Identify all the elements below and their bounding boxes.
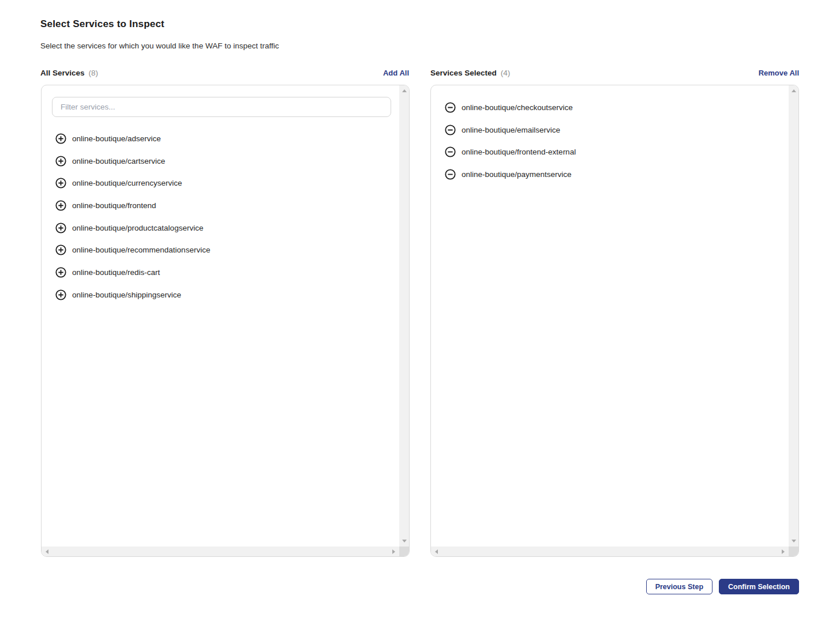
all-services-list-item[interactable]: online-boutique/adservice — [42, 127, 399, 150]
all-services-list-item[interactable]: online-boutique/productcatalogservice — [42, 217, 399, 239]
services-selected-list-item[interactable]: online-boutique/frontend-external — [431, 141, 789, 163]
service-name: online-boutique/productcatalogservice — [72, 224, 203, 232]
plus-circle-icon[interactable] — [55, 156, 66, 167]
page-subtitle: Select the services for which you would … — [40, 42, 279, 50]
plus-circle-icon[interactable] — [55, 133, 66, 144]
all-services-list-item[interactable]: online-boutique/frontend — [42, 194, 399, 217]
all-services-label: All Services — [40, 69, 85, 77]
service-name: online-boutique/frontend — [72, 201, 156, 210]
select-services-page: Select Services to Inspect Select the se… — [0, 0, 840, 618]
all-services-header: All Services (8) Add All — [40, 69, 409, 77]
all-services-list-item[interactable]: online-boutique/recommendationservice — [42, 239, 399, 261]
services-selected-list: online-boutique/checkoutservice online-b… — [431, 96, 789, 186]
scroll-left-icon[interactable] — [435, 549, 438, 554]
scrollbar-corner — [399, 547, 409, 556]
all-services-list-item[interactable]: online-boutique/cartservice — [42, 150, 399, 172]
service-name: online-boutique/cartservice — [72, 157, 165, 165]
scroll-up-icon[interactable] — [792, 89, 796, 92]
services-selected-count: (4) — [501, 69, 511, 77]
plus-circle-icon[interactable] — [55, 244, 66, 255]
services-selected-list-item[interactable]: online-boutique/paymentservice — [431, 163, 789, 186]
filter-services-input[interactable] — [52, 97, 391, 117]
service-name: online-boutique/currencyservice — [72, 179, 182, 187]
remove-all-link[interactable]: Remove All — [759, 69, 799, 77]
all-services-list-item[interactable]: online-boutique/currencyservice — [42, 172, 399, 194]
all-services-list-item[interactable]: online-boutique/shippingservice — [42, 284, 399, 306]
scrollbar-corner — [789, 547, 798, 556]
horizontal-scrollbar[interactable] — [42, 547, 399, 556]
page-title: Select Services to Inspect — [40, 18, 164, 30]
services-selected-list-item[interactable]: online-boutique/checkoutservice — [431, 96, 789, 119]
services-selected-label: Services Selected — [430, 69, 497, 77]
minus-circle-icon[interactable] — [445, 169, 456, 180]
services-selected-header: Services Selected (4) Remove All — [430, 69, 799, 77]
plus-circle-icon[interactable] — [55, 289, 66, 300]
service-name: online-boutique/redis-cart — [72, 268, 160, 277]
service-name: online-boutique/recommendationservice — [72, 246, 210, 254]
scroll-left-icon[interactable] — [46, 549, 48, 554]
scroll-up-icon[interactable] — [402, 89, 407, 92]
plus-circle-icon[interactable] — [55, 267, 66, 278]
scroll-down-icon[interactable] — [402, 540, 407, 542]
all-services-list-item[interactable]: online-boutique/redis-cart — [42, 261, 399, 284]
vertical-scrollbar[interactable] — [399, 85, 409, 547]
all-services-panel: online-boutique/adservice online-boutiqu… — [41, 85, 410, 557]
service-name: online-boutique/adservice — [72, 134, 161, 143]
scroll-down-icon[interactable] — [792, 540, 796, 542]
footer-actions: Previous Step Confirm Selection — [646, 579, 799, 594]
service-name: online-boutique/paymentservice — [462, 170, 572, 179]
vertical-scrollbar[interactable] — [789, 85, 798, 547]
service-name: online-boutique/checkoutservice — [462, 103, 573, 112]
scroll-right-icon[interactable] — [392, 549, 395, 554]
plus-circle-icon[interactable] — [55, 223, 66, 233]
minus-circle-icon[interactable] — [445, 125, 456, 135]
service-name: online-boutique/shippingservice — [72, 291, 181, 299]
all-services-count: (8) — [89, 69, 99, 77]
services-selected-list-item[interactable]: online-boutique/emailservice — [431, 119, 789, 141]
horizontal-scrollbar[interactable] — [431, 547, 789, 556]
scroll-right-icon[interactable] — [782, 549, 785, 554]
previous-step-button[interactable]: Previous Step — [646, 579, 712, 594]
add-all-link[interactable]: Add All — [383, 69, 409, 77]
all-services-list: online-boutique/adservice online-boutiqu… — [42, 127, 399, 306]
minus-circle-icon[interactable] — [445, 146, 456, 157]
plus-circle-icon[interactable] — [55, 178, 66, 189]
plus-circle-icon[interactable] — [55, 200, 66, 211]
services-selected-panel: online-boutique/checkoutservice online-b… — [430, 85, 799, 557]
service-name: online-boutique/frontend-external — [462, 148, 576, 156]
minus-circle-icon[interactable] — [445, 102, 456, 113]
service-name: online-boutique/emailservice — [462, 126, 560, 134]
confirm-selection-button[interactable]: Confirm Selection — [719, 579, 799, 594]
